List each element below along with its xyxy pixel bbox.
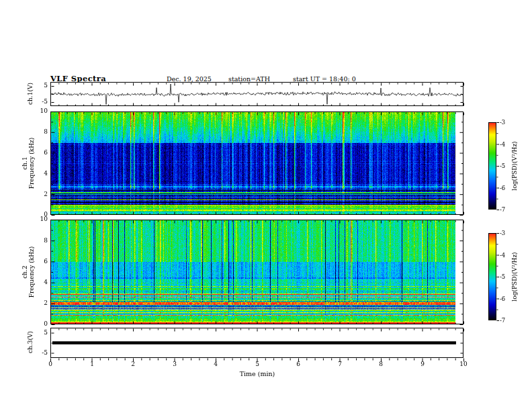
colorbar-tick-label: -3 bbox=[500, 119, 515, 126]
time-tick-label: 3 bbox=[167, 361, 182, 367]
time-axis-label: Time (min) bbox=[227, 370, 287, 377]
time-tick-label: 4 bbox=[208, 361, 223, 367]
freq-tick-label: 6 bbox=[32, 258, 48, 265]
colorbar-tick-label: -3 bbox=[500, 230, 515, 236]
axes-ticks-canvas bbox=[0, 0, 532, 411]
colorbar-tick-label: -6 bbox=[500, 295, 515, 302]
freq-tick-label: 4 bbox=[32, 279, 48, 286]
time-tick-label: 10 bbox=[456, 361, 471, 367]
colorbar-tick-label: -4 bbox=[500, 252, 515, 259]
freq-tick-label: 0 bbox=[32, 320, 48, 328]
time-tick-label: 9 bbox=[415, 361, 430, 367]
vlf-spectra-figure: VLF Spectra Dec. 19, 2025 station=ATH st… bbox=[0, 0, 532, 411]
time-tick-label: 0 bbox=[43, 361, 58, 367]
colorbar-tick-label: -7 bbox=[500, 206, 515, 213]
time-tick-label: 6 bbox=[291, 361, 306, 367]
colorbar-tick-label: -5 bbox=[500, 273, 515, 280]
time-tick-label: 8 bbox=[373, 361, 388, 367]
colorbar-tick-label: -7 bbox=[500, 317, 515, 324]
freq-tick-label: 8 bbox=[32, 237, 48, 244]
freq-tick-label: 8 bbox=[32, 128, 48, 136]
time-tick-label: 1 bbox=[85, 361, 99, 367]
freq-tick-label: 10 bbox=[32, 107, 48, 115]
colorbar-tick-label: -5 bbox=[500, 163, 515, 169]
freq-tick-label: 10 bbox=[32, 216, 48, 223]
ch3v-tick-label: -5 bbox=[32, 349, 48, 357]
ch3v-tick-label: 5 bbox=[32, 329, 48, 336]
freq-tick-label: 4 bbox=[32, 170, 48, 177]
time-tick-label: 5 bbox=[250, 361, 265, 367]
freq-tick-label: 6 bbox=[32, 149, 48, 156]
time-tick-label: 7 bbox=[332, 361, 347, 367]
colorbar-tick-label: -6 bbox=[500, 185, 515, 191]
ch1-name-text: ch.1 bbox=[21, 123, 28, 203]
freq-tick-label: 2 bbox=[32, 191, 48, 198]
freq-tick-label: 2 bbox=[32, 300, 48, 307]
ch2-name-text: ch.2 bbox=[21, 232, 28, 312]
colorbar-tick-label: -4 bbox=[500, 141, 515, 148]
ch1v-tick-label: -5 bbox=[32, 98, 48, 105]
ch1v-tick-label: 5 bbox=[32, 82, 48, 89]
time-tick-label: 2 bbox=[126, 361, 140, 367]
